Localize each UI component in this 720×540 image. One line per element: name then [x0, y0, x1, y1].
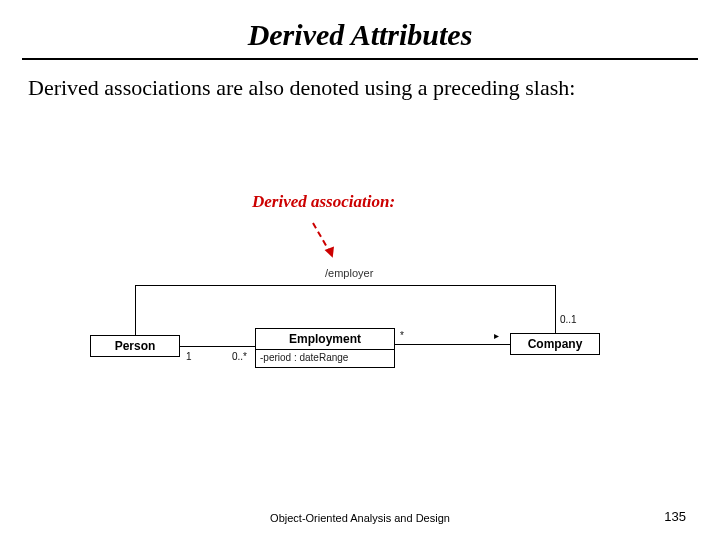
class-employment-attribute: -period : dateRange — [256, 350, 394, 365]
assoc-line — [180, 346, 255, 347]
assoc-line — [555, 285, 556, 333]
slide-title: Derived Attributes — [0, 18, 720, 52]
body-paragraph: Derived associations are also denoted us… — [28, 74, 692, 102]
footer-text: Object-Oriented Analysis and Design — [0, 512, 720, 524]
multiplicity-person: 1 — [186, 351, 192, 362]
multiplicity-employment-left: 0..* — [232, 351, 247, 362]
nav-arrow-icon: ▸ — [494, 330, 499, 341]
class-person-name: Person — [91, 336, 179, 356]
title-underline — [22, 58, 698, 60]
derived-association-callout: Derived association: — [252, 192, 395, 212]
page-number: 135 — [664, 509, 686, 524]
class-company-name: Company — [511, 334, 599, 354]
uml-diagram: /employer 0..1 Person Employment -period… — [90, 220, 630, 400]
assoc-line — [395, 344, 510, 345]
class-employment: Employment -period : dateRange — [255, 328, 395, 368]
multiplicity-employment-right: * — [400, 330, 404, 341]
class-person: Person — [90, 335, 180, 357]
assoc-line — [135, 285, 136, 335]
derived-association-label: /employer — [325, 267, 373, 279]
assoc-line — [135, 285, 555, 286]
multiplicity-company-top: 0..1 — [560, 314, 577, 325]
slide-footer: Object-Oriented Analysis and Design 135 — [0, 512, 720, 524]
class-company: Company — [510, 333, 600, 355]
class-employment-name: Employment — [256, 329, 394, 349]
